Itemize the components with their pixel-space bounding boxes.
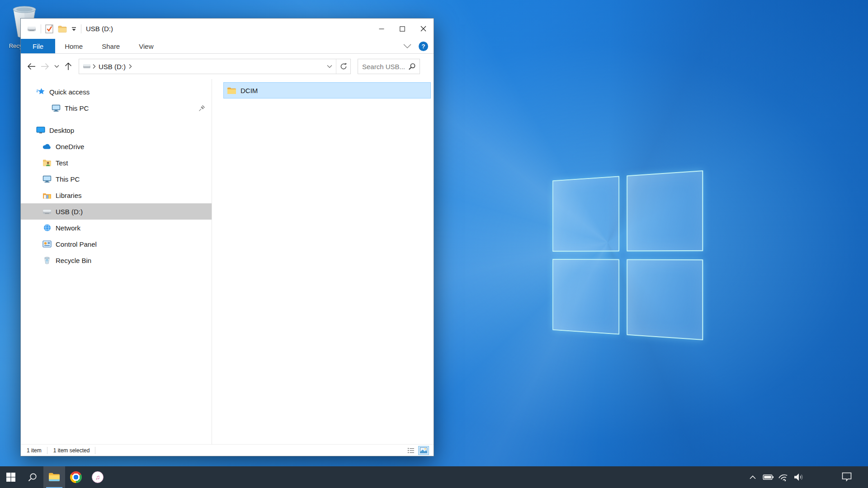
item-count: 1 item [21, 447, 47, 454]
sidebar-item-this-pc[interactable]: This PC [21, 171, 212, 187]
start-button[interactable] [0, 466, 22, 488]
large-icons-view-button[interactable] [418, 446, 429, 455]
file-explorer-icon [48, 472, 61, 482]
close-button[interactable] [413, 19, 434, 39]
tab-home[interactable]: Home [55, 39, 92, 53]
action-center-icon [841, 471, 853, 483]
minimize-icon [379, 26, 384, 32]
windows-start-icon [5, 472, 16, 483]
network-globe-icon [42, 224, 52, 232]
drive-icon [27, 26, 37, 32]
taskbar: ♫ [0, 466, 868, 488]
forward-button[interactable] [38, 59, 52, 74]
toolbar-separator [41, 24, 41, 33]
recycle-bin-small-icon [42, 256, 52, 264]
title-bar[interactable]: USB (D:) [21, 19, 434, 39]
minimize-button[interactable] [371, 19, 392, 39]
chevron-down-icon [54, 65, 59, 68]
toolbar-separator [81, 24, 81, 33]
expand-ribbon-chevron-icon[interactable] [402, 43, 412, 49]
system-tray [745, 466, 868, 488]
windows-logo-pane [552, 259, 619, 334]
back-arrow-icon [27, 63, 36, 70]
file-name: DCIM [241, 87, 258, 94]
close-icon [420, 26, 426, 32]
status-bar: 1 item 1 item selected [21, 444, 434, 456]
chevron-up-icon [749, 475, 756, 479]
status-separator [95, 447, 95, 454]
wifi-indicator[interactable] [776, 466, 791, 488]
battery-indicator[interactable] [760, 466, 776, 488]
taskbar-search-button[interactable] [22, 466, 43, 488]
tab-view[interactable]: View [129, 39, 163, 53]
properties-check-icon[interactable] [45, 24, 54, 33]
sidebar-item-recycle-bin[interactable]: Recycle Bin [21, 252, 212, 268]
itunes-icon: ♫ [92, 471, 104, 483]
onedrive-cloud-icon [42, 143, 52, 150]
breadcrumb-chevron-icon[interactable] [128, 64, 132, 69]
taskbar-file-explorer-button[interactable] [43, 466, 65, 488]
maximize-button[interactable] [392, 19, 413, 39]
control-panel-icon [42, 240, 52, 248]
details-view-button[interactable] [406, 446, 416, 455]
tab-file[interactable]: File [21, 39, 55, 53]
file-list: DCIM [212, 79, 434, 444]
taskbar-itunes-button[interactable]: ♫ [87, 466, 108, 488]
libraries-icon [42, 192, 52, 199]
volume-icon [793, 472, 805, 483]
quick-access-toolbar [21, 24, 81, 33]
details-view-icon [407, 447, 415, 454]
back-button[interactable] [24, 59, 38, 74]
help-button[interactable]: ? [419, 42, 428, 51]
sidebar-item-control-panel[interactable]: Control Panel [21, 236, 212, 252]
window-body: Quick access This PC [21, 79, 434, 444]
sidebar-item-onedrive[interactable]: OneDrive [21, 138, 212, 155]
breadcrumb-location[interactable]: USB (D:) [97, 63, 127, 70]
user-folder-icon [42, 159, 52, 167]
drive-icon [83, 64, 91, 69]
quick-access-star-icon [36, 88, 45, 96]
usb-drive-icon [42, 209, 52, 215]
navigation-buttons [24, 59, 75, 74]
windows-logo-pane [627, 170, 703, 251]
computer-icon [42, 175, 52, 183]
address-dropdown-button[interactable] [323, 59, 336, 74]
search-icon [27, 472, 38, 483]
refresh-icon [340, 63, 347, 70]
address-bar[interactable]: USB (D:) [79, 59, 351, 74]
search-placeholder: Search USB... [358, 63, 408, 70]
sidebar-item-quick-access[interactable]: Quick access [21, 84, 212, 100]
new-folder-icon[interactable] [58, 25, 67, 33]
search-box[interactable]: Search USB... [358, 59, 420, 74]
navigation-pane: Quick access This PC [21, 79, 212, 444]
sidebar-item-usb-drive[interactable]: USB (D:) [21, 203, 212, 220]
sidebar-item-libraries[interactable]: Libraries [21, 187, 212, 203]
taskbar-chrome-button[interactable] [65, 466, 87, 488]
sidebar-item-network[interactable]: Network [21, 220, 212, 236]
windows-logo [536, 172, 703, 339]
selection-count: 1 item selected [47, 447, 95, 454]
wifi-icon [778, 472, 789, 483]
recent-locations-button[interactable] [52, 59, 61, 74]
chevron-down-icon [327, 65, 332, 68]
tray-expand-button[interactable] [745, 466, 760, 488]
up-button[interactable] [61, 59, 75, 74]
sidebar-item-test[interactable]: Test [21, 155, 212, 171]
file-item-dcim[interactable]: DCIM [223, 82, 431, 99]
breadcrumb-chevron-icon[interactable] [92, 64, 96, 69]
thumbnail-view-icon [420, 447, 427, 453]
pin-icon [198, 105, 205, 112]
search-icon[interactable] [408, 63, 420, 70]
refresh-button[interactable] [336, 59, 350, 74]
windows-logo-pane [627, 259, 703, 340]
window-title: USB (D:) [86, 25, 113, 33]
volume-indicator[interactable] [791, 466, 807, 488]
sidebar-item-desktop[interactable]: Desktop [21, 122, 212, 138]
action-center-button[interactable] [839, 466, 854, 488]
sidebar-item-this-pc-pinned[interactable]: This PC [21, 100, 212, 116]
computer-icon [52, 104, 61, 112]
customize-toolbar-caret-icon[interactable] [71, 26, 77, 32]
desktop-monitor-icon [36, 127, 45, 134]
folder-icon [227, 87, 236, 94]
tab-share[interactable]: Share [92, 39, 129, 53]
